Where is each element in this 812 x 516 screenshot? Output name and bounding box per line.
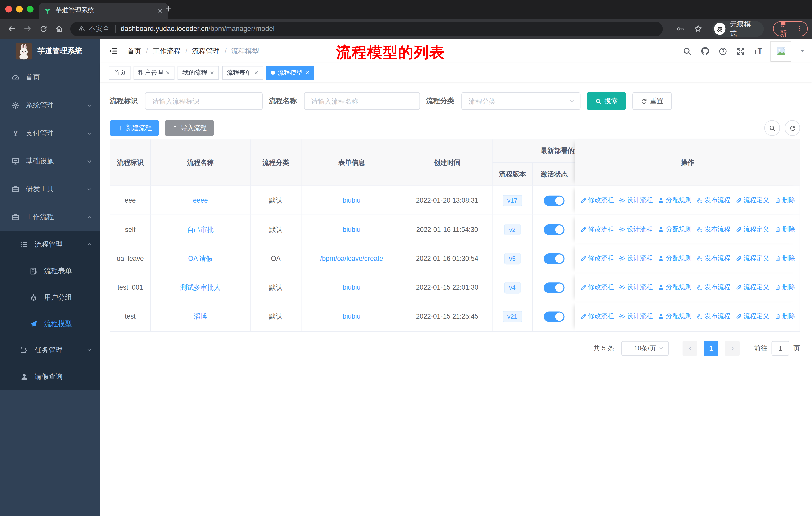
design-process-link[interactable]: 设计流程 xyxy=(619,225,653,234)
active-toggle[interactable] xyxy=(544,311,564,322)
sidebar-item-process-model[interactable]: 流程模型 xyxy=(0,310,100,337)
form-info-link[interactable]: /bpm/oa/leave/create xyxy=(320,254,383,262)
process-definition-link[interactable]: 流程定义 xyxy=(735,283,769,292)
active-toggle[interactable] xyxy=(544,253,564,264)
publish-process-link[interactable]: 发布流程 xyxy=(696,254,730,263)
sidebar-item-task-mgmt[interactable]: 任务管理 xyxy=(0,337,100,363)
update-button[interactable]: 更新 xyxy=(773,21,808,36)
browser-menu-icon[interactable] xyxy=(795,25,803,33)
search-icon[interactable] xyxy=(683,46,692,56)
next-page-button[interactable] xyxy=(725,341,740,356)
minimize-window-button[interactable] xyxy=(16,6,23,12)
design-process-link[interactable]: 设计流程 xyxy=(619,254,653,263)
avatar[interactable] xyxy=(771,41,791,61)
version-badge[interactable]: v21 xyxy=(503,311,522,322)
assign-rule-link[interactable]: 分配规则 xyxy=(658,254,692,263)
delete-link[interactable]: 删除 xyxy=(774,196,795,205)
goto-page-input[interactable] xyxy=(772,341,789,356)
create-process-button[interactable]: 新建流程 xyxy=(110,120,159,136)
tag-home[interactable]: 首页 xyxy=(109,65,130,80)
version-badge[interactable]: v5 xyxy=(504,253,520,264)
delete-link[interactable]: 删除 xyxy=(774,312,795,321)
delete-link[interactable]: 删除 xyxy=(774,225,795,234)
active-toggle[interactable] xyxy=(544,282,564,293)
process-name-link[interactable]: 自己审批 xyxy=(187,225,214,234)
bookmark-star-icon[interactable] xyxy=(694,24,702,33)
browser-tab[interactable]: 芋道管理系统 xyxy=(39,2,168,19)
caret-down-icon[interactable] xyxy=(800,48,806,54)
assign-rule-link[interactable]: 分配规则 xyxy=(658,196,692,205)
form-info-link[interactable]: biubiu xyxy=(343,313,360,321)
process-name-input[interactable] xyxy=(304,92,420,110)
sidebar-item-devtools[interactable]: 研发工具 xyxy=(0,175,100,203)
delete-link[interactable]: 删除 xyxy=(774,283,795,292)
show-search-button[interactable] xyxy=(764,120,780,136)
font-size-icon[interactable]: тT xyxy=(754,47,762,55)
prev-page-button[interactable] xyxy=(683,341,697,356)
tag-tenant[interactable]: 租户管理✕ xyxy=(134,65,175,80)
design-process-link[interactable]: 设计流程 xyxy=(619,312,653,321)
publish-process-link[interactable]: 发布流程 xyxy=(696,196,730,205)
import-process-button[interactable]: 导入流程 xyxy=(165,120,214,136)
process-name-link[interactable]: OA 请假 xyxy=(188,254,213,263)
sidebar-item-leave-query[interactable]: 请假查询 xyxy=(0,363,100,390)
new-tab-button[interactable] xyxy=(165,5,172,12)
process-definition-link[interactable]: 流程定义 xyxy=(735,254,769,263)
home-button[interactable] xyxy=(55,24,63,33)
active-toggle[interactable] xyxy=(544,224,564,235)
sidebar-item-process-mgmt[interactable]: 流程管理 xyxy=(0,231,100,258)
category-select[interactable] xyxy=(461,92,580,110)
assign-rule-link[interactable]: 分配规则 xyxy=(658,312,692,321)
publish-process-link[interactable]: 发布流程 xyxy=(696,225,730,234)
sidebar-item-process-form[interactable]: 流程表单 xyxy=(0,258,100,284)
version-badge[interactable]: v4 xyxy=(504,282,520,293)
tag-process-model[interactable]: 流程模型✕ xyxy=(266,65,314,80)
modify-process-link[interactable]: 修改流程 xyxy=(580,283,614,292)
key-icon[interactable] xyxy=(676,25,685,33)
sidebar-collapse-icon[interactable] xyxy=(108,46,118,56)
version-badge[interactable]: v2 xyxy=(504,224,520,235)
tab-close-icon[interactable] xyxy=(157,7,163,14)
publish-process-link[interactable]: 发布流程 xyxy=(696,283,730,292)
publish-process-link[interactable]: 发布流程 xyxy=(696,312,730,321)
process-definition-link[interactable]: 流程定义 xyxy=(735,196,769,205)
sidebar-item-system[interactable]: 系统管理 xyxy=(0,91,100,119)
tag-my-process[interactable]: 我的流程✕ xyxy=(178,65,219,80)
form-info-link[interactable]: biubiu xyxy=(343,225,360,233)
process-name-link[interactable]: 测试多审批人 xyxy=(180,283,221,292)
refresh-table-button[interactable] xyxy=(785,120,800,136)
category-select-input[interactable] xyxy=(461,92,580,110)
reset-button[interactable]: 重置 xyxy=(632,92,671,110)
active-toggle[interactable] xyxy=(544,195,564,206)
modify-process-link[interactable]: 修改流程 xyxy=(580,312,614,321)
tag-close-icon[interactable]: ✕ xyxy=(210,70,214,76)
process-definition-link[interactable]: 流程定义 xyxy=(735,312,769,321)
form-info-link[interactable]: biubiu xyxy=(343,196,360,204)
assign-rule-link[interactable]: 分配规则 xyxy=(658,283,692,292)
reload-button[interactable] xyxy=(39,25,48,33)
sidebar-item-workflow[interactable]: 工作流程 xyxy=(0,203,100,231)
help-icon[interactable] xyxy=(719,46,728,56)
sidebar-item-home[interactable]: 首页 xyxy=(0,63,100,91)
github-icon[interactable] xyxy=(700,46,710,56)
design-process-link[interactable]: 设计流程 xyxy=(619,283,653,292)
modify-process-link[interactable]: 修改流程 xyxy=(580,225,614,234)
search-button[interactable]: 搜索 xyxy=(587,92,626,110)
window-controls[interactable] xyxy=(5,6,34,12)
security-label[interactable]: 不安全 xyxy=(89,24,110,33)
url-domain[interactable]: dashboard.yudao.iocoder.cn xyxy=(121,25,208,33)
fullscreen-icon[interactable] xyxy=(736,46,746,56)
tag-close-icon[interactable]: ✕ xyxy=(166,70,170,76)
tag-close-icon[interactable]: ✕ xyxy=(254,70,259,76)
assign-rule-link[interactable]: 分配规则 xyxy=(658,225,692,234)
process-definition-link[interactable]: 流程定义 xyxy=(735,225,769,234)
breadcrumb-workflow[interactable]: 工作流程 xyxy=(152,46,180,56)
close-window-button[interactable] xyxy=(5,6,12,12)
address-bar[interactable]: 不安全 dashboard.yudao.iocoder.cn/bpm/manag… xyxy=(71,21,663,36)
design-process-link[interactable]: 设计流程 xyxy=(619,196,653,205)
process-name-link[interactable]: eeee xyxy=(193,196,208,204)
version-badge[interactable]: v17 xyxy=(503,195,522,206)
back-button[interactable] xyxy=(7,24,16,33)
tag-process-form[interactable]: 流程表单✕ xyxy=(222,65,263,80)
sidebar-item-user-group[interactable]: 用户分组 xyxy=(0,284,100,310)
